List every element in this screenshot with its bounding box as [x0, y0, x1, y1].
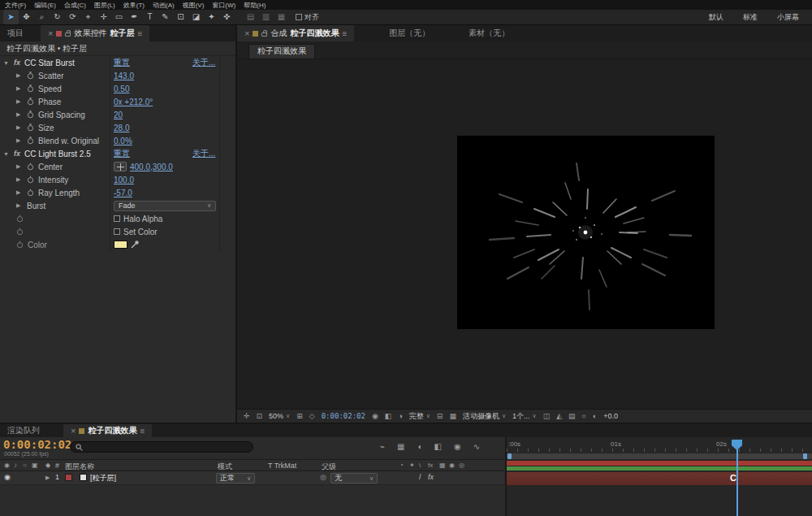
grid-guides-icon[interactable]: ⊞: [296, 412, 303, 420]
tab-composition[interactable]: × 合成 粒子四溅效果 ≡: [237, 25, 354, 41]
layer-duration-bar[interactable]: [507, 472, 812, 485]
set-color-checkbox[interactable]: [114, 228, 120, 235]
layer-row[interactable]: ◉ ▶ 1 [粒子层] 正常 ∨ ◎ 无 ∨ / fx: [0, 471, 504, 485]
param-value[interactable]: 400.0,300.0: [130, 163, 173, 171]
parent-pickwhip-icon[interactable]: ◎: [320, 473, 326, 481]
screen-mode-icon[interactable]: ⊡: [257, 412, 263, 420]
burst-dropdown[interactable]: Fade ∨: [114, 201, 216, 211]
menu-item[interactable]: 帮助(H): [244, 1, 266, 10]
hand-tool[interactable]: ✥: [19, 10, 34, 24]
about-effect-link[interactable]: 关于...: [192, 148, 215, 159]
effect-header-star-burst[interactable]: ▼ fx CC Star Burst 重置 关于...: [0, 56, 235, 69]
stopwatch-icon[interactable]: [16, 215, 24, 223]
draft-3d-icon[interactable]: ▦: [397, 442, 404, 451]
effect-name[interactable]: CC Light Burst 2.5: [24, 150, 91, 158]
param-value[interactable]: 28.0: [114, 124, 129, 132]
timeline-button-icon[interactable]: ▤: [568, 412, 576, 420]
transparency-grid-icon[interactable]: ▦: [449, 412, 456, 420]
pixel-aspect-icon[interactable]: ◫: [543, 412, 551, 420]
time-ruler[interactable]: :00s 01s 02s: [507, 440, 812, 452]
expander-icon[interactable]: ▶: [16, 202, 23, 209]
clone-stamp-tool[interactable]: ⊡: [173, 10, 188, 24]
timeline-search[interactable]: [70, 441, 253, 453]
tab-project[interactable]: 项目: [0, 25, 31, 41]
lock-icon[interactable]: [65, 33, 71, 37]
close-icon[interactable]: ×: [244, 29, 249, 37]
expander-open-icon[interactable]: ▼: [3, 60, 10, 66]
layer-quality-switch[interactable]: /: [419, 473, 421, 481]
effect-header-light-burst[interactable]: ▼ fx CC Light Burst 2.5 重置 关于...: [0, 147, 235, 160]
region-of-interest-icon[interactable]: ⊟: [437, 412, 443, 420]
expander-icon[interactable]: ▶: [16, 189, 23, 196]
orbit-camera-tool[interactable]: ↻: [50, 10, 65, 24]
local-axis-mode-icon[interactable]: ▤: [243, 10, 258, 24]
pen-tool[interactable]: ✒: [127, 10, 142, 24]
expander-icon[interactable]: ▶: [16, 98, 23, 105]
eraser-tool[interactable]: ◪: [188, 10, 204, 24]
hand-icon[interactable]: ✛: [244, 412, 250, 420]
camera-tool[interactable]: ⌖: [80, 10, 96, 24]
pan-behind-tool[interactable]: ✛: [96, 10, 111, 24]
param-value[interactable]: 0.50: [114, 85, 129, 93]
expander-icon[interactable]: ▶: [16, 124, 23, 131]
menu-item[interactable]: 图层(L): [94, 1, 115, 10]
current-timecode[interactable]: 0:00:02:02: [3, 438, 71, 451]
type-tool[interactable]: T: [142, 10, 158, 24]
work-area-start-handle[interactable]: [508, 453, 512, 459]
viewer-timecode[interactable]: 0:00:02:02: [322, 412, 365, 420]
exposure-icon[interactable]: ◐: [593, 412, 597, 420]
roto-brush-tool[interactable]: ✦: [204, 10, 219, 24]
hide-shy-layers-icon[interactable]: ◖: [417, 442, 421, 451]
stopwatch-icon[interactable]: [27, 85, 34, 93]
param-value[interactable]: -57.0: [114, 189, 132, 197]
expander-icon[interactable]: ▶: [16, 72, 23, 79]
camera-view-select[interactable]: 活动摄像机 ∨: [463, 411, 506, 422]
magnification-select[interactable]: 50% ∨: [269, 412, 290, 420]
param-value[interactable]: 0x +212.0°: [114, 98, 153, 106]
resolution-select[interactable]: 完整 ∨: [409, 411, 430, 422]
brush-tool[interactable]: ✎: [158, 10, 173, 24]
selection-tool[interactable]: ➤: [3, 10, 19, 24]
rotation-tool[interactable]: ⟳: [65, 10, 80, 24]
effect-name[interactable]: CC Star Burst: [24, 59, 75, 67]
stopwatch-icon[interactable]: [27, 163, 34, 171]
stopwatch-icon[interactable]: [27, 176, 34, 184]
lock-icon[interactable]: [261, 33, 267, 37]
mask-visibility-icon[interactable]: ◇: [309, 412, 315, 420]
color-swatch[interactable]: [114, 241, 127, 249]
close-icon[interactable]: ×: [48, 29, 53, 37]
reset-effect-link[interactable]: 重置: [114, 57, 130, 68]
tab-footage-viewer[interactable]: 素材（无）: [461, 25, 516, 41]
expander-icon[interactable]: ▶: [16, 111, 23, 118]
motion-blur-icon[interactable]: ◉: [454, 442, 461, 451]
menu-item[interactable]: 合成(C): [64, 1, 86, 10]
expander-icon[interactable]: ▶: [16, 85, 23, 92]
expander-icon[interactable]: ▶: [16, 176, 23, 183]
current-time-indicator-line[interactable]: [736, 442, 738, 516]
close-icon[interactable]: ×: [71, 427, 76, 435]
param-value[interactable]: 100.0: [114, 176, 134, 184]
stopwatch-icon[interactable]: [27, 72, 34, 80]
snap-checkbox[interactable]: [296, 14, 302, 20]
workspace-default-button[interactable]: 默认: [699, 12, 733, 23]
stopwatch-icon[interactable]: [27, 137, 34, 145]
tab-timeline-comp[interactable]: × 粒子四溅效果 ≡: [63, 424, 152, 437]
halo-alpha-checkbox[interactable]: [114, 215, 120, 222]
param-value[interactable]: 143.0: [114, 72, 134, 80]
stopwatch-icon[interactable]: [16, 241, 24, 249]
layer-visibility-toggle[interactable]: ◉: [4, 473, 11, 481]
layer-name[interactable]: [粒子层]: [90, 473, 116, 483]
stopwatch-icon[interactable]: [27, 189, 34, 197]
param-value[interactable]: 20: [114, 111, 123, 119]
stopwatch-icon[interactable]: [16, 228, 24, 236]
menu-item[interactable]: 视图(V): [183, 1, 205, 10]
panel-menu-icon[interactable]: ≡: [140, 427, 145, 436]
comp-viewport[interactable]: [237, 59, 812, 409]
layer-expander-icon[interactable]: ▶: [45, 475, 50, 481]
menu-item[interactable]: 效果(T): [123, 1, 145, 10]
stopwatch-icon[interactable]: [27, 98, 34, 106]
fx-badge-icon[interactable]: fx: [14, 59, 20, 67]
layer-label-color[interactable]: [65, 474, 72, 481]
puppet-pin-tool[interactable]: ✜: [219, 10, 235, 24]
work-area-end-handle[interactable]: [803, 453, 807, 459]
